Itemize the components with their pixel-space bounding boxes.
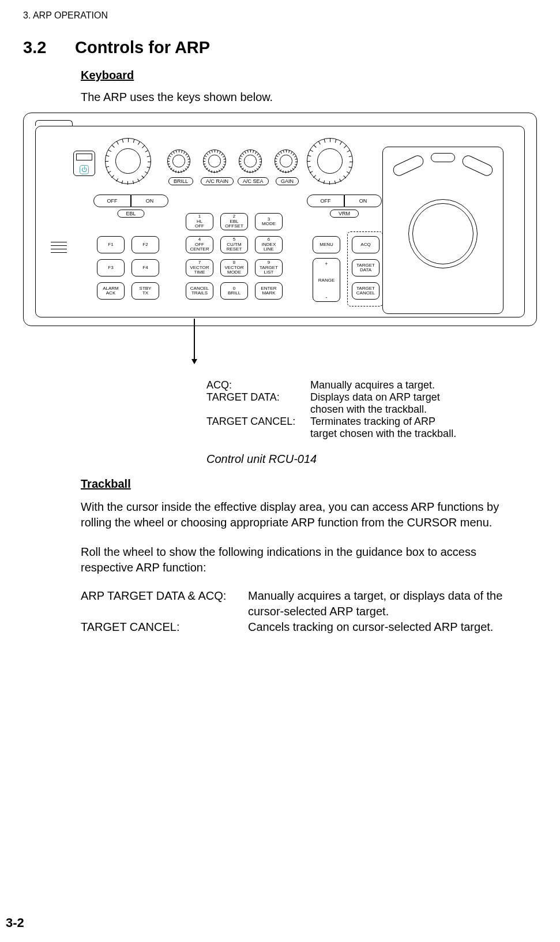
ac-sea-label: A/C SEA bbox=[238, 177, 269, 185]
vrm-knob bbox=[307, 138, 353, 184]
func-row-1: ARP TARGET DATA & ACQ: Manually acquires… bbox=[81, 589, 537, 603]
callout-arrow-line bbox=[194, 319, 195, 360]
f2-key: F2 bbox=[131, 236, 159, 253]
gain-label: GAIN bbox=[276, 177, 299, 185]
td-desc-key: TARGET DATA: bbox=[206, 391, 310, 403]
enter-mark-key: ENTER MARK bbox=[255, 282, 283, 300]
range-plus: + bbox=[313, 261, 340, 267]
func-k2: TARGET CANCEL: bbox=[81, 620, 248, 634]
func-v1b: cursor-selected ARP target. bbox=[248, 605, 389, 618]
callout-descriptions: ACQ:Manually acquires a target. TARGET D… bbox=[206, 379, 537, 440]
section-title: 3.2Controls for ARP bbox=[23, 38, 537, 57]
power-key: ⏻ bbox=[73, 151, 95, 176]
key-8: 8 VECTOR MODE bbox=[220, 259, 248, 276]
range-label: RANGE bbox=[313, 278, 340, 283]
vrm-rocker: OFF ON VRM bbox=[307, 195, 382, 218]
vrm-sub: VRM bbox=[330, 210, 359, 218]
ebl-off: OFF bbox=[93, 195, 131, 207]
acq-desc-key: ACQ: bbox=[206, 379, 310, 391]
range-key: + RANGE - bbox=[313, 258, 340, 302]
gain-knob bbox=[275, 149, 298, 173]
key-7: 7 VECTOR TIME bbox=[186, 259, 213, 276]
panel-tab bbox=[35, 120, 73, 126]
acq-key: ACQ bbox=[352, 236, 379, 253]
td-desc-val2: chosen with the trackball. bbox=[310, 403, 427, 416]
key-0: 0 BRILL bbox=[220, 282, 248, 300]
acq-desc-val: Manually acquires a target. bbox=[310, 379, 435, 391]
side-slots bbox=[51, 242, 67, 256]
key-4: 4 OFF CENTER bbox=[186, 236, 213, 253]
trackball-left-button bbox=[391, 154, 425, 178]
ebl-sub: EBL bbox=[117, 210, 144, 218]
stby-tx-key: STBY TX bbox=[131, 282, 159, 300]
func-row-2: TARGET CANCEL: Cancels tracking on curso… bbox=[81, 620, 537, 634]
keyboard-lead: The ARP uses the keys shown below. bbox=[81, 91, 537, 104]
trackball-p2: Roll the wheel to show the following ind… bbox=[81, 544, 525, 575]
target-cancel-key: TARGET CANCEL bbox=[352, 282, 379, 300]
func-v2: Cancels tracking on cursor-selected ARP … bbox=[248, 620, 493, 634]
ebl-rocker: OFF ON EBL bbox=[93, 195, 168, 218]
trackball-right-button bbox=[460, 154, 494, 178]
chapter-header: 3. ARP OPERATION bbox=[23, 10, 537, 21]
control-panel-diagram: ⏻ BRILL A/C RAIN A/C SEA GAIN OFF ON EBL… bbox=[23, 113, 537, 326]
f4-key: F4 bbox=[131, 259, 159, 276]
td-desc-val1: Displays data on ARP target bbox=[310, 391, 440, 403]
figure-caption: Control unit RCU-014 bbox=[206, 453, 537, 466]
page-number: 3-2 bbox=[6, 915, 24, 930]
key-2: 2 EBL OFFSET bbox=[220, 213, 248, 230]
panel-body: ⏻ BRILL A/C RAIN A/C SEA GAIN OFF ON EBL… bbox=[35, 126, 525, 317]
section-title-text: Controls for ARP bbox=[75, 38, 210, 57]
key-3: 3 MODE bbox=[255, 213, 283, 230]
func-row-1b: cursor-selected ARP target. bbox=[81, 605, 537, 618]
cancel-trails-key: CANCEL TRAILS bbox=[186, 282, 213, 300]
tc-desc-key: TARGET CANCEL: bbox=[206, 416, 310, 428]
callout-arrow-head bbox=[191, 359, 197, 364]
key-9: 9 TARGET LIST bbox=[255, 259, 283, 276]
trackball-ball bbox=[408, 199, 478, 268]
range-minus: - bbox=[313, 294, 340, 300]
func-k1: ARP TARGET DATA & ACQ: bbox=[81, 589, 248, 603]
trackball-p1: With the cursor inside the effective dis… bbox=[81, 499, 525, 530]
f1-key: F1 bbox=[97, 236, 125, 253]
power-display bbox=[76, 154, 92, 160]
menu-key: MENU bbox=[313, 236, 340, 253]
tc-desc-val2: target chosen with the trackball. bbox=[310, 428, 456, 440]
brill-label: BRILL bbox=[168, 177, 193, 185]
func-v1a: Manually acquires a target, or displays … bbox=[248, 589, 502, 603]
target-data-key: TARGET DATA bbox=[352, 259, 379, 276]
key-1: 1 HL OFF bbox=[186, 213, 213, 230]
section-number: 3.2 bbox=[23, 38, 75, 57]
key-5: 5 CU/TM RESET bbox=[220, 236, 248, 253]
ac-sea-knob bbox=[239, 149, 262, 173]
ac-rain-label: A/C RAIN bbox=[201, 177, 234, 185]
tc-desc-val1: Terminates tracking of ARP bbox=[310, 416, 435, 428]
f3-key: F3 bbox=[97, 259, 125, 276]
brill-knob bbox=[167, 149, 190, 173]
key-6: 6 INDEX LINE bbox=[255, 236, 283, 253]
ebl-on: ON bbox=[131, 195, 168, 207]
trackball-module bbox=[382, 147, 503, 314]
subheading-trackball: Trackball bbox=[81, 477, 537, 491]
subheading-keyboard: Keyboard bbox=[81, 69, 537, 82]
power-icon: ⏻ bbox=[80, 165, 89, 174]
alarm-ack-key: ALARM ACK bbox=[97, 282, 125, 300]
trackball-wheel bbox=[431, 153, 455, 162]
vrm-off: OFF bbox=[307, 195, 344, 207]
ac-rain-knob bbox=[203, 149, 226, 173]
ebl-knob bbox=[105, 138, 151, 184]
vrm-on: ON bbox=[344, 195, 382, 207]
